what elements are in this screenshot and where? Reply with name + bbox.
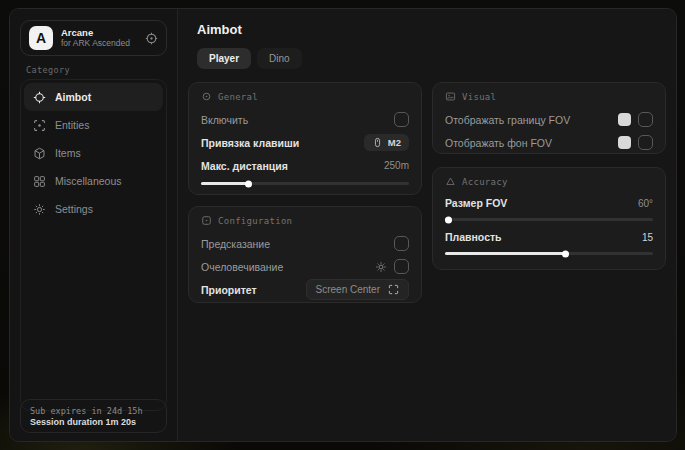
smoothness-slider[interactable] <box>445 252 653 255</box>
keybind-button[interactable]: M2 <box>364 134 409 151</box>
crosshair-icon <box>33 91 46 104</box>
sidebar-item-aimbot[interactable]: Aimbot <box>24 83 163 111</box>
tab-dino[interactable]: Dino <box>257 48 302 69</box>
fov-border-label: Отображать границу FOV <box>445 114 570 126</box>
sidebar-item-items[interactable]: Items <box>24 139 163 167</box>
smoothness-label: Плавность <box>445 231 502 243</box>
fov-background-label: Отображать фон FOV <box>445 137 552 149</box>
mouse-icon <box>372 137 383 148</box>
sidebar-nav: Aimbot Entities Items <box>20 79 167 411</box>
sidebar-item-entities[interactable]: Entities <box>24 111 163 139</box>
prediction-checkbox[interactable] <box>394 236 409 251</box>
grid-icon <box>33 175 46 188</box>
smoothness-value: 15 <box>642 232 653 243</box>
enable-checkbox[interactable] <box>394 112 409 127</box>
expand-icon <box>388 284 399 295</box>
fov-size-value: 60° <box>638 198 653 209</box>
sidebar-item-label: Settings <box>55 203 93 215</box>
sidebar: A Arcane for ARK Ascended Category <box>10 9 178 441</box>
max-distance-label: Макс. дистанция <box>201 160 288 172</box>
humanization-checkbox[interactable] <box>394 259 409 274</box>
fov-border-color-swatch[interactable] <box>618 113 631 126</box>
box-icon <box>33 147 46 160</box>
card-title: General <box>218 92 258 102</box>
fov-background-color-swatch[interactable] <box>618 136 631 149</box>
brand-card: A Arcane for ARK Ascended <box>20 20 167 56</box>
app-logo: A <box>29 26 53 50</box>
target-icon <box>201 91 212 102</box>
max-distance-value: 250m <box>384 160 409 171</box>
main-content: Aimbot Player Dino General Включить Прив… <box>178 9 676 441</box>
scan-icon <box>33 119 46 132</box>
keybind-label: Привязка клавиши <box>201 137 299 149</box>
max-distance-slider[interactable] <box>201 182 409 185</box>
humanization-settings-gear-icon[interactable] <box>375 261 387 273</box>
app-window: A Arcane for ARK Ascended Category <box>9 8 677 442</box>
keybind-value: M2 <box>388 137 401 148</box>
session-duration-text: Session duration 1m 20s <box>30 417 157 427</box>
sidebar-item-label: Miscellaneous <box>55 175 122 187</box>
gear-icon <box>33 203 46 216</box>
category-label: Category <box>26 65 70 75</box>
sidebar-item-label: Items <box>55 147 81 159</box>
page-title: Aimbot <box>197 22 242 37</box>
priority-label: Приоритет <box>201 284 257 296</box>
card-visual: Visual Отображать границу FOV Отображать… <box>432 82 666 154</box>
card-accuracy: Accuracy Размер FOV 60° Плавность 15 <box>432 167 666 270</box>
card-general: General Включить Привязка клавиши M2 <box>188 82 422 195</box>
fov-border-checkbox[interactable] <box>638 112 653 127</box>
frame-dot-icon <box>201 215 212 226</box>
tab-bar: Player Dino <box>197 48 302 69</box>
card-title: Visual <box>462 92 496 102</box>
sidebar-item-settings[interactable]: Settings <box>24 195 163 223</box>
triangle-icon <box>445 176 456 187</box>
sidebar-item-label: Aimbot <box>55 91 91 103</box>
tab-player[interactable]: Player <box>197 48 251 69</box>
image-icon <box>445 91 456 102</box>
prediction-label: Предсказание <box>201 238 270 250</box>
app-subtitle: for ARK Ascended <box>61 39 137 49</box>
card-title: Accuracy <box>462 177 508 187</box>
sub-expires-text: Sub expires in 24d 15h <box>30 406 157 416</box>
priority-dropdown[interactable]: Screen Center <box>306 279 409 300</box>
app-name: Arcane <box>61 28 137 39</box>
fov-size-label: Размер FOV <box>445 197 507 209</box>
focus-target-icon[interactable] <box>145 32 158 45</box>
card-title: Configuration <box>218 216 292 226</box>
card-configuration: Configuration Предсказание Очеловечивани… <box>188 206 422 303</box>
enable-label: Включить <box>201 114 248 126</box>
sidebar-item-label: Entities <box>55 119 89 131</box>
fov-background-checkbox[interactable] <box>638 135 653 150</box>
fov-size-slider[interactable] <box>445 218 653 221</box>
humanization-label: Очеловечивание <box>201 261 283 273</box>
sidebar-item-miscellaneous[interactable]: Miscellaneous <box>24 167 163 195</box>
priority-value: Screen Center <box>316 284 380 295</box>
subscription-card: Sub expires in 24d 15h Session duration … <box>20 399 167 433</box>
